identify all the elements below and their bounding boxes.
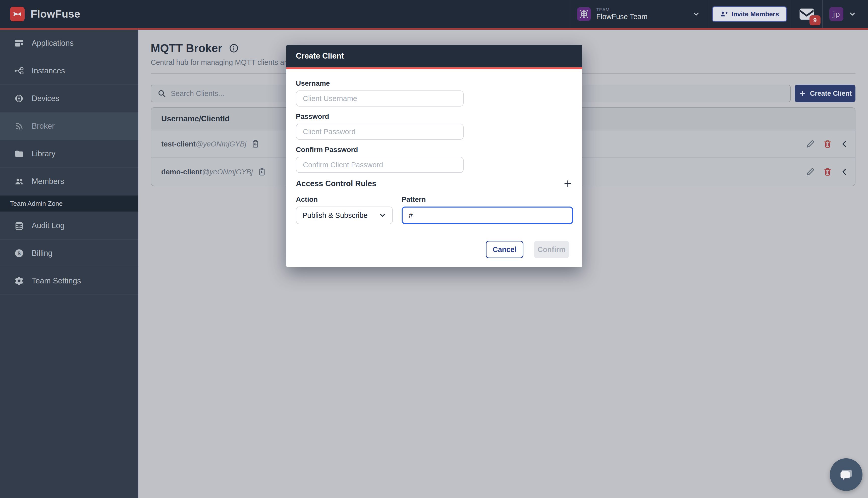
action-label: Action xyxy=(296,196,393,204)
user-plus-icon xyxy=(720,10,728,18)
edit-pencil-icon[interactable] xyxy=(805,167,815,176)
confirm-password-label: Confirm Password xyxy=(296,146,573,154)
navbar-accent-line xyxy=(0,28,868,30)
sidebar-item-library[interactable]: Library xyxy=(0,140,138,168)
sidebar-item-label: Broker xyxy=(32,122,54,131)
row-actions xyxy=(805,139,849,149)
acl-heading: Access Control Rules xyxy=(296,179,376,188)
edit-pencil-icon[interactable] xyxy=(805,139,815,149)
mail-button[interactable]: 9 xyxy=(799,8,815,21)
sidebar-item-label: Team Settings xyxy=(32,276,81,286)
flowfuse-logo-icon xyxy=(10,7,25,21)
gear-icon xyxy=(14,276,24,286)
create-client-label: Create Client xyxy=(810,90,852,97)
modal-title: Create Client xyxy=(286,45,582,67)
action-select[interactable]: Publish & Subscribe xyxy=(296,207,393,224)
client-username: demo-client xyxy=(161,168,202,176)
create-client-button[interactable]: Create Client xyxy=(794,85,855,102)
dollar-circle-icon: $ xyxy=(14,248,24,258)
plus-icon xyxy=(798,90,806,97)
invite-section: Invite Members xyxy=(708,0,791,28)
client-username: test-client xyxy=(161,140,196,148)
sidebar-item-label: Billing xyxy=(32,249,53,258)
chat-bubbles-icon xyxy=(837,466,855,483)
sidebar-item-label: Instances xyxy=(32,66,65,75)
row-actions xyxy=(805,167,849,176)
sidebar-item-team-settings[interactable]: Team Settings xyxy=(0,267,138,295)
username-label: Username xyxy=(296,79,573,88)
search-icon xyxy=(157,89,166,98)
sidebar-item-label: Library xyxy=(32,149,55,158)
sidebar-item-broker[interactable]: Broker xyxy=(0,113,138,140)
client-username-input[interactable] xyxy=(296,90,464,106)
sidebar-item-billing[interactable]: $ Billing xyxy=(0,240,138,267)
pattern-label: Pattern xyxy=(402,196,573,204)
sidebar-item-label: Applications xyxy=(32,39,74,48)
expand-chevron-left-icon[interactable] xyxy=(840,168,849,176)
chevron-down-icon xyxy=(849,10,856,18)
client-password-input[interactable] xyxy=(296,123,464,140)
confirm-button[interactable]: Confirm xyxy=(534,241,569,258)
flowfuse-logo[interactable]: FlowFuse xyxy=(10,7,80,21)
add-rule-plus-icon[interactable] xyxy=(563,179,573,188)
sidebar-item-applications[interactable]: Applications xyxy=(0,30,138,57)
delete-trash-icon[interactable] xyxy=(823,140,832,148)
user-menu[interactable]: jp xyxy=(822,0,868,28)
team-admin-zone-label: Team Admin Zone xyxy=(0,196,138,212)
sidebar-item-label: Members xyxy=(32,177,64,186)
broker-rss-icon xyxy=(14,121,24,131)
modal-footer: Cancel Confirm xyxy=(296,241,573,267)
team-text: TEAM: FlowFuse Team xyxy=(596,7,647,21)
team-label: TEAM: xyxy=(596,7,647,13)
modal-body: Username Password Confirm Password Acces… xyxy=(286,69,582,267)
acl-pattern-field: Pattern xyxy=(402,196,573,224)
info-icon[interactable] xyxy=(229,43,239,53)
client-id-suffix: @yeONmjGYBj xyxy=(202,168,253,176)
notifications-section: 9 xyxy=(791,0,822,28)
applications-icon xyxy=(14,38,24,48)
chat-launcher-button[interactable] xyxy=(830,458,863,491)
sidebar-item-label: Audit Log xyxy=(32,221,65,230)
sidebar-item-devices[interactable]: Devices xyxy=(0,85,138,113)
top-navbar: FlowFuse TEAM: FlowFuse Team xyxy=(0,0,868,28)
sidebar-item-audit-log[interactable]: Audit Log xyxy=(0,212,138,240)
modal-accent-line xyxy=(286,67,582,69)
cancel-button[interactable]: Cancel xyxy=(486,241,523,258)
sidebar: Applications Instances Devi xyxy=(0,30,138,498)
action-select-value: Publish & Subscribe xyxy=(303,211,368,220)
delete-trash-icon[interactable] xyxy=(823,167,832,176)
folder-icon xyxy=(14,149,24,159)
pattern-input[interactable] xyxy=(402,207,573,224)
logo-text: FlowFuse xyxy=(31,8,80,20)
invite-members-label: Invite Members xyxy=(731,10,779,18)
create-client-modal: Create Client Username Password Confirm … xyxy=(286,45,582,267)
instances-icon xyxy=(14,66,24,76)
chip-icon xyxy=(14,93,24,104)
chevron-down-icon xyxy=(692,10,700,18)
team-avatar xyxy=(577,7,591,21)
sidebar-item-members[interactable]: Members xyxy=(0,168,138,196)
expand-chevron-left-icon[interactable] xyxy=(840,140,849,148)
confirm-client-password-input[interactable] xyxy=(296,157,464,173)
chevron-down-icon xyxy=(379,212,386,219)
copy-clipboard-icon[interactable] xyxy=(257,167,266,176)
acl-action-field: Action Publish & Subscribe xyxy=(296,196,393,224)
team-name: FlowFuse Team xyxy=(596,13,647,21)
database-icon xyxy=(14,221,24,231)
acl-rule-row: Action Publish & Subscribe Pattern xyxy=(296,196,573,224)
sidebar-item-label: Devices xyxy=(32,94,59,103)
acl-header: Access Control Rules xyxy=(296,179,573,188)
svg-text:$: $ xyxy=(17,250,21,257)
password-label: Password xyxy=(296,113,573,121)
sidebar-item-instances[interactable]: Instances xyxy=(0,57,138,85)
members-icon xyxy=(14,176,24,186)
copy-clipboard-icon[interactable] xyxy=(251,140,260,148)
screen: FlowFuse TEAM: FlowFuse Team xyxy=(0,0,868,498)
client-id-suffix: @yeONmjGYBj xyxy=(196,140,246,148)
user-avatar: jp xyxy=(829,7,843,21)
invite-members-button[interactable]: Invite Members xyxy=(712,6,787,22)
page-title: MQTT Broker xyxy=(151,42,222,55)
notification-badge: 9 xyxy=(810,15,820,25)
team-selector[interactable]: TEAM: FlowFuse Team xyxy=(569,0,708,28)
